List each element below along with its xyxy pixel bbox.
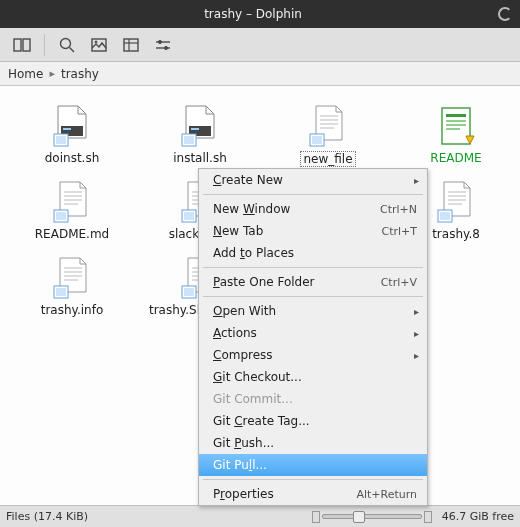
text-file-icon [50,180,94,224]
svg-point-12 [164,46,167,49]
status-left-text: Files (17.4 KiB) [6,510,88,523]
svg-rect-70 [56,288,66,296]
window-titlebar: trashy – Dolphin [0,0,520,28]
file-item[interactable]: trashy.info [8,256,136,332]
svg-rect-20 [191,128,199,130]
context-menu-item[interactable]: Open With▸ [199,300,427,322]
svg-point-2 [61,38,71,48]
breadcrumb-folder[interactable]: trashy [61,67,99,81]
svg-rect-32 [446,120,466,122]
svg-rect-31 [446,114,466,117]
text-file-icon [306,104,350,148]
zoom-min-icon[interactable] [312,511,320,523]
zoom-max-icon[interactable] [424,511,432,523]
svg-rect-33 [446,124,466,126]
text-file-icon [50,256,94,300]
context-menu-label: Git Create Tag... [213,414,417,428]
file-label: new_file [300,151,355,167]
context-menu-shortcut: Alt+Return [356,488,417,501]
file-area[interactable]: doinst.shinstall.shnew_fileREADMEREADME.… [0,86,520,505]
context-menu-item[interactable]: PropertiesAlt+Return [199,483,427,505]
file-label: trashy.8 [430,227,482,241]
context-menu-item[interactable]: Paste One FolderCtrl+V [199,271,427,293]
zoom-thumb[interactable] [353,511,365,523]
breadcrumb: Home ▸ trashy [0,62,520,86]
context-menu-label: Actions [213,326,417,340]
submenu-arrow-icon: ▸ [414,306,419,317]
context-menu-item[interactable]: Git Pull... [199,454,427,476]
toolbar [0,28,520,62]
context-menu-shortcut: Ctrl+V [381,276,417,289]
window-title: trashy – Dolphin [8,7,498,21]
context-menu-separator [203,296,423,297]
context-menu-label: New Window [213,202,380,216]
context-menu-item[interactable]: Git Push... [199,432,427,454]
submenu-arrow-icon: ▸ [414,350,419,361]
context-menu-item[interactable]: Git Create Tag... [199,410,427,432]
svg-rect-0 [14,39,21,51]
breadcrumb-home[interactable]: Home [8,67,43,81]
svg-rect-42 [56,212,66,220]
context-menu-separator [203,267,423,268]
context-menu-label: Open With [213,304,417,318]
svg-rect-15 [63,128,71,130]
svg-rect-77 [184,288,194,296]
svg-rect-63 [440,212,450,220]
svg-rect-49 [184,212,194,220]
context-menu-label: Git Push... [213,436,417,450]
status-bar: Files (17.4 KiB) 46.7 GiB free [0,505,520,527]
context-menu-item[interactable]: Add to Places [199,242,427,264]
file-label: doinst.sh [43,151,102,165]
toolbar-separator [44,34,45,56]
status-free-space: 46.7 GiB free [442,510,514,523]
context-menu-separator [203,479,423,480]
svg-point-5 [95,41,97,43]
readme-file-icon [434,104,478,148]
context-menu-label: New Tab [213,224,381,238]
context-menu-item[interactable]: Actions▸ [199,322,427,344]
svg-rect-17 [56,136,66,144]
search-icon[interactable] [53,32,81,58]
context-menu-label: Git Checkout... [213,370,417,384]
file-label: README [428,151,483,165]
file-item[interactable]: README.md [8,180,136,256]
text-file-icon [434,180,478,224]
context-menu-item: Git Commit... [199,388,427,410]
zoom-slider[interactable] [312,511,432,523]
file-label: install.sh [171,151,229,165]
busy-spinner-icon [498,7,512,21]
context-menu-item[interactable]: New WindowCtrl+N [199,198,427,220]
file-label: README.md [33,227,111,241]
split-view-icon[interactable] [8,32,36,58]
context-menu-label: Git Pull... [213,458,417,472]
context-menu-item[interactable]: Compress▸ [199,344,427,366]
svg-rect-22 [184,136,194,144]
svg-rect-34 [446,128,460,130]
settings-sliders-icon[interactable] [149,32,177,58]
svg-point-10 [158,40,161,43]
svg-rect-1 [23,39,30,51]
context-menu-label: Compress [213,348,417,362]
submenu-arrow-icon: ▸ [414,328,419,339]
script-file-icon [178,104,222,148]
submenu-arrow-icon: ▸ [414,175,419,186]
context-menu-shortcut: Ctrl+T [381,225,417,238]
context-menu-label: Add to Places [213,246,417,260]
context-menu-separator [203,194,423,195]
svg-line-3 [70,47,75,52]
file-item[interactable]: doinst.sh [8,104,136,180]
view-mode-icon[interactable] [117,32,145,58]
svg-rect-29 [312,136,322,144]
chevron-right-icon: ▸ [49,67,55,80]
context-menu-item[interactable]: Git Checkout... [199,366,427,388]
zoom-track[interactable] [322,514,422,519]
svg-rect-6 [124,39,138,51]
context-menu-item[interactable]: New TabCtrl+T [199,220,427,242]
context-menu: Create New▸New WindowCtrl+NNew TabCtrl+T… [198,168,428,506]
preview-icon[interactable] [85,32,113,58]
context-menu-label: Create New [213,173,417,187]
file-label: trashy.info [39,303,106,317]
context-menu-item[interactable]: Create New▸ [199,169,427,191]
context-menu-label: Git Commit... [213,392,417,406]
context-menu-label: Paste One Folder [213,275,381,289]
